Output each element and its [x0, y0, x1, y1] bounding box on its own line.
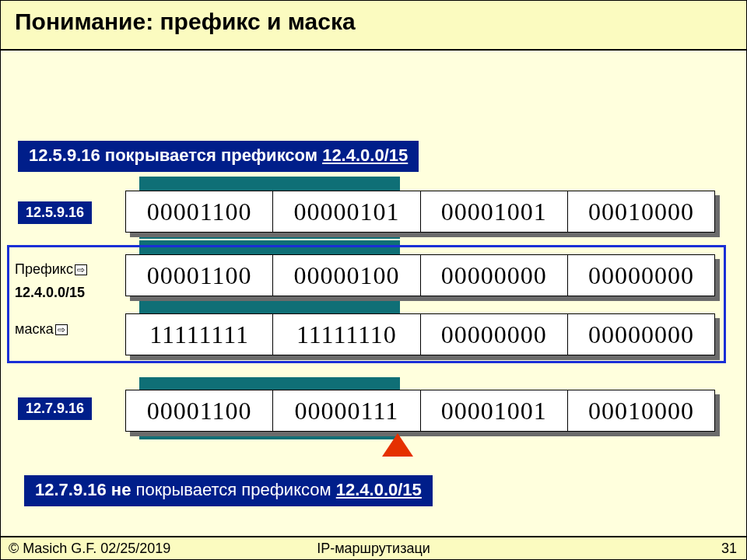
- octet-cell: 00001001: [420, 191, 567, 233]
- octet-row-prefix: 00001100 00000100 00000000 00000000: [125, 254, 715, 296]
- label-prefix: Префикс ⇨: [15, 261, 87, 278]
- banner-not-cidr: 12.4.0.0/15: [336, 480, 422, 499]
- octet-row-addr1: 00001100 00000101 00001001 00010000: [125, 191, 715, 233]
- label-cidr: 12.4.0.0/15: [15, 285, 85, 301]
- octet-row-addr2: 00001100 00000111 00001001 00010000: [125, 390, 715, 432]
- banner-not-pre: 12.7.9.16 не: [35, 480, 136, 499]
- octet-table: 00001100 00000111 00001001 00010000: [125, 390, 715, 432]
- octet-cell: 11111111: [126, 314, 273, 355]
- arrow-right-icon: ⇨: [75, 264, 87, 275]
- octet-table: 11111111 11111110 00000000 00000000: [125, 313, 715, 355]
- octet-cell: 00001100: [126, 390, 273, 432]
- mismatch-triangle-icon: [382, 433, 413, 457]
- label-mask-text: маска: [15, 321, 54, 338]
- octet-cell: 00000111: [273, 390, 420, 432]
- banner-not-mid: покрывается префиксом: [136, 480, 336, 499]
- banner-not-covered: 12.7.9.16 не покрывается префиксом 12.4.…: [24, 475, 433, 506]
- slide: Понимание: префикс и маска 12.5.9.16 пок…: [0, 0, 747, 560]
- footer: © Masich G.F. 02/25/2019 IP-маршрутизаци…: [1, 536, 746, 559]
- octet-cell: 00001100: [126, 191, 273, 233]
- octet-cell: 00010000: [567, 390, 714, 432]
- arrow-right-icon: ⇨: [55, 324, 68, 335]
- footer-right: 31: [721, 541, 737, 557]
- octet-cell: 00000000: [567, 255, 714, 296]
- slide-title: Понимание: префикс и маска: [15, 9, 732, 35]
- footer-left: © Masich G.F. 02/25/2019: [9, 541, 170, 557]
- banner-covered-text: 12.5.9.16 покрывается префиксом: [29, 145, 322, 165]
- octet-cell: 00000000: [567, 314, 714, 355]
- octet-row-mask: 11111111 11111110 00000000 00000000: [125, 313, 715, 355]
- octet-table: 00001100 00000100 00000000 00000000: [125, 254, 715, 296]
- octet-cell: 00000000: [420, 314, 567, 355]
- octet-cell: 00001001: [420, 390, 567, 432]
- title-bar: Понимание: префикс и маска: [1, 1, 746, 51]
- octet-cell: 11111110: [273, 314, 420, 355]
- banner-covered-cidr: 12.4.0.0/15: [322, 145, 408, 165]
- ip-chip-2: 12.7.9.16: [18, 397, 92, 420]
- banner-covered: 12.5.9.16 покрывается префиксом 12.4.0.0…: [18, 141, 419, 172]
- octet-cell: 00000100: [273, 255, 420, 296]
- octet-cell: 00010000: [567, 191, 714, 233]
- label-mask: маска ⇨: [15, 321, 68, 338]
- octet-cell: 00000101: [273, 191, 420, 233]
- octet-table: 00001100 00000101 00001001 00010000: [125, 191, 715, 233]
- label-prefix-text: Префикс: [15, 261, 73, 278]
- octet-cell: 00001100: [126, 255, 273, 296]
- octet-cell: 00000000: [420, 255, 567, 296]
- ip-chip-1: 12.5.9.16: [18, 201, 92, 224]
